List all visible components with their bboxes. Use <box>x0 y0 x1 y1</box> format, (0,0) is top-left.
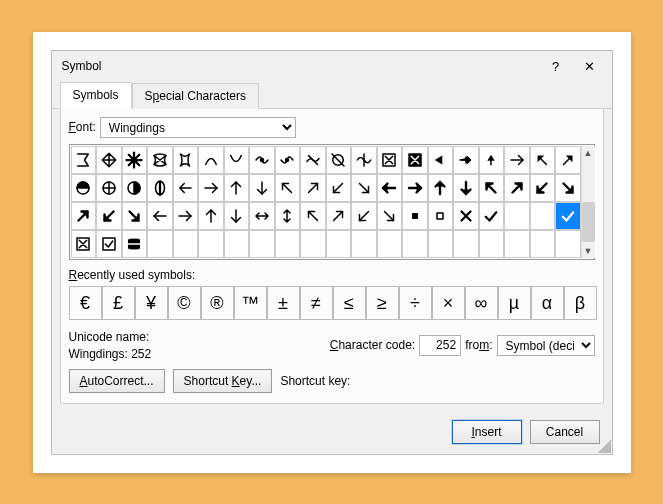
symbol-cell[interactable] <box>275 174 301 202</box>
insert-button[interactable]: Insert <box>452 420 522 444</box>
symbol-cell[interactable] <box>402 146 428 174</box>
symbol-cell[interactable] <box>351 202 377 230</box>
symbol-cell[interactable] <box>173 202 199 230</box>
symbol-cell[interactable] <box>224 174 250 202</box>
symbol-cell[interactable] <box>71 146 97 174</box>
from-select[interactable]: Symbol (decimal) <box>497 335 595 356</box>
symbol-cell[interactable] <box>96 146 122 174</box>
recent-symbol-cell[interactable]: ± <box>267 286 300 320</box>
symbol-cell[interactable] <box>504 146 530 174</box>
symbol-cell[interactable] <box>147 146 173 174</box>
recent-symbol-cell[interactable]: ≤ <box>333 286 366 320</box>
symbol-cell[interactable] <box>479 202 505 230</box>
symbol-cell[interactable] <box>300 230 326 258</box>
symbol-cell[interactable] <box>71 202 97 230</box>
symbol-cell[interactable] <box>377 146 403 174</box>
symbol-cell[interactable] <box>198 202 224 230</box>
symbol-cell[interactable] <box>326 146 352 174</box>
resize-handle[interactable] <box>597 439 611 453</box>
symbol-cell[interactable] <box>249 174 275 202</box>
symbol-cell[interactable] <box>198 146 224 174</box>
recent-symbol-cell[interactable]: £ <box>102 286 135 320</box>
symbol-cell[interactable] <box>147 202 173 230</box>
recent-symbol-cell[interactable]: ÷ <box>399 286 432 320</box>
recent-symbol-cell[interactable]: © <box>168 286 201 320</box>
symbol-cell[interactable] <box>71 174 97 202</box>
symbol-cell[interactable] <box>326 174 352 202</box>
symbol-cell[interactable] <box>224 202 250 230</box>
symbol-cell[interactable] <box>530 174 556 202</box>
symbol-cell[interactable] <box>479 174 505 202</box>
symbol-cell[interactable] <box>530 146 556 174</box>
symbol-cell[interactable] <box>173 230 199 258</box>
symbol-cell[interactable] <box>555 230 581 258</box>
symbol-cell[interactable] <box>530 230 556 258</box>
tab-symbols[interactable]: Symbols <box>60 82 132 109</box>
font-select[interactable]: Wingdings <box>100 117 296 138</box>
symbol-cell[interactable] <box>402 174 428 202</box>
symbol-cell[interactable] <box>122 202 148 230</box>
symbol-cell[interactable] <box>479 146 505 174</box>
symbol-cell[interactable] <box>122 146 148 174</box>
char-code-input[interactable] <box>419 335 461 356</box>
symbol-grid[interactable] <box>71 146 581 258</box>
symbol-cell[interactable] <box>300 202 326 230</box>
symbol-cell[interactable] <box>530 202 556 230</box>
symbol-cell[interactable] <box>453 230 479 258</box>
autocorrect-button[interactable]: AutoCorrect... <box>69 369 165 393</box>
symbol-cell[interactable] <box>147 174 173 202</box>
scroll-down-icon[interactable]: ▼ <box>584 244 593 258</box>
grid-scrollbar[interactable]: ▲ ▼ <box>581 146 595 258</box>
symbol-cell[interactable] <box>402 230 428 258</box>
symbol-cell[interactable] <box>428 174 454 202</box>
symbol-cell[interactable] <box>198 230 224 258</box>
recent-symbol-cell[interactable]: € <box>69 286 102 320</box>
recent-symbol-cell[interactable]: µ <box>498 286 531 320</box>
symbol-cell[interactable] <box>71 230 97 258</box>
symbol-cell[interactable] <box>428 202 454 230</box>
symbol-cell[interactable] <box>122 230 148 258</box>
symbol-cell[interactable] <box>300 146 326 174</box>
symbol-cell[interactable] <box>351 146 377 174</box>
recent-symbol-cell[interactable]: ≠ <box>300 286 333 320</box>
symbol-cell[interactable] <box>351 174 377 202</box>
symbol-cell[interactable] <box>504 230 530 258</box>
shortcut-key-button[interactable]: Shortcut Key... <box>173 369 273 393</box>
symbol-cell[interactable] <box>428 230 454 258</box>
tab-special-characters[interactable]: Special Characters <box>132 83 259 109</box>
symbol-cell[interactable] <box>275 146 301 174</box>
symbol-cell[interactable] <box>555 146 581 174</box>
scroll-up-icon[interactable]: ▲ <box>584 146 593 160</box>
symbol-cell[interactable] <box>326 202 352 230</box>
symbol-cell[interactable] <box>453 202 479 230</box>
symbol-cell[interactable] <box>96 202 122 230</box>
symbol-cell[interactable] <box>428 146 454 174</box>
symbol-cell[interactable] <box>173 146 199 174</box>
symbol-cell[interactable] <box>249 230 275 258</box>
symbol-cell[interactable] <box>453 146 479 174</box>
symbol-cell[interactable] <box>555 174 581 202</box>
symbol-cell[interactable] <box>275 202 301 230</box>
symbol-cell[interactable] <box>504 174 530 202</box>
symbol-cell[interactable] <box>453 174 479 202</box>
recent-symbol-cell[interactable]: β <box>564 286 597 320</box>
symbol-cell[interactable] <box>377 202 403 230</box>
symbol-cell[interactable] <box>479 230 505 258</box>
symbol-cell[interactable] <box>351 230 377 258</box>
symbol-cell[interactable] <box>300 174 326 202</box>
symbol-cell[interactable] <box>147 230 173 258</box>
close-button[interactable]: ✕ <box>580 59 600 74</box>
recent-symbol-cell[interactable]: ∞ <box>465 286 498 320</box>
symbol-cell[interactable] <box>122 174 148 202</box>
recent-symbol-cell[interactable]: ≥ <box>366 286 399 320</box>
recent-symbol-cell[interactable]: × <box>432 286 465 320</box>
recent-symbol-cell[interactable]: α <box>531 286 564 320</box>
symbol-cell[interactable] <box>96 174 122 202</box>
symbol-cell[interactable] <box>224 146 250 174</box>
recent-symbol-cell[interactable]: ™ <box>234 286 267 320</box>
cancel-button[interactable]: Cancel <box>530 420 600 444</box>
symbol-cell[interactable] <box>326 230 352 258</box>
symbol-cell[interactable] <box>198 174 224 202</box>
recent-symbols-grid[interactable]: €£¥©®™±≠≤≥÷×∞µαβ <box>69 286 595 320</box>
symbol-cell[interactable] <box>377 230 403 258</box>
